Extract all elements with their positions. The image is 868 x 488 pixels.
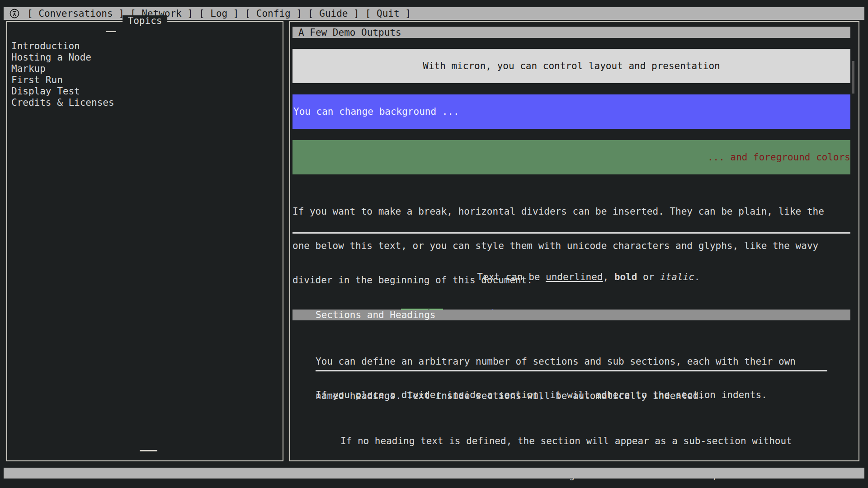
topics-panel: Topics Introduction Hosting a Node Marku… xyxy=(6,21,283,461)
topic-item-credits-licenses[interactable]: Credits & Licenses xyxy=(11,97,279,108)
topic-item-display-test[interactable]: Display Test xyxy=(11,86,279,97)
dividers-paragraph-line-1: If you want to make a break, horizontal … xyxy=(292,206,850,217)
scroll-down-indicator xyxy=(140,450,157,451)
topic-item-first-run[interactable]: First Run xyxy=(11,75,279,86)
menu-item-quit[interactable]: [ Quit ] xyxy=(365,8,411,19)
topics-list: Introduction Hosting a Node Markup First… xyxy=(11,41,279,108)
text-styles-line: Text can be underlined, bold or italic. xyxy=(292,260,850,294)
subsection-paragraph-line-1: If no heading text is defined, the secti… xyxy=(340,436,829,447)
text-styles-prefix: Text can be xyxy=(477,272,546,282)
sections-heading-text: Sections and Headings xyxy=(316,310,436,320)
scroll-up-indicator xyxy=(106,31,116,32)
underlined-sample: underlined xyxy=(546,272,603,282)
menu-item-guide[interactable]: [ Guide ] xyxy=(308,8,359,19)
background-color-demo-bar: You can change background ... xyxy=(292,94,850,129)
section-divider-note: If you place a divider inside a section,… xyxy=(316,389,827,401)
foreground-color-demo-bar: ... and foreground colors xyxy=(292,140,850,174)
topic-item-introduction[interactable]: Introduction xyxy=(11,41,279,52)
topic-item-hosting-a-node[interactable]: Hosting a Node xyxy=(11,52,279,63)
text-styles-sep1: , xyxy=(603,272,614,282)
document-title: A Few Demo Outputs xyxy=(298,27,401,38)
nomadnet-window: [ Conversations ] [ Network ] [ Log ] [ … xyxy=(0,0,868,488)
text-styles-sep2: or xyxy=(637,272,660,282)
sections-heading-bar: Sections and Headings xyxy=(292,310,850,320)
topic-item-markup[interactable]: Markup xyxy=(11,63,279,75)
micron-demo-bar: With micron, you can control layout and … xyxy=(292,49,850,83)
document-title-bar: A Few Demo Outputs xyxy=(292,27,850,38)
background-color-demo-text: You can change background ... xyxy=(293,106,459,117)
text-styles-suffix: . xyxy=(694,272,700,282)
menu-item-config[interactable]: [ Config ] xyxy=(245,8,302,19)
foreground-color-demo-text: ... and foreground colors xyxy=(708,152,850,163)
dividers-paragraph-line-2: one below this text, or you can style th… xyxy=(292,240,850,252)
guide-content-panel: A Few Demo Outputs With micron, you can … xyxy=(289,21,859,461)
italic-sample: italic xyxy=(660,272,694,282)
sections-paragraph: You can define an arbitrary number of se… xyxy=(316,333,827,425)
content-scrollbar-thumb[interactable] xyxy=(852,61,854,94)
section-divider xyxy=(316,370,827,371)
micron-demo-bar-text: With micron, you can control layout and … xyxy=(423,61,720,71)
sections-paragraph-line-1: You can define an arbitrary number of se… xyxy=(316,356,827,367)
bold-sample: bold xyxy=(614,272,637,282)
horizontal-divider xyxy=(292,232,850,234)
nomadnet-logo-icon xyxy=(9,8,20,19)
topics-panel-title: Topics xyxy=(123,15,168,27)
menu-item-log[interactable]: [ Log ] xyxy=(199,8,239,19)
menu-item-conversations[interactable]: [ Conversations ] xyxy=(27,8,124,19)
status-bar xyxy=(4,468,864,479)
